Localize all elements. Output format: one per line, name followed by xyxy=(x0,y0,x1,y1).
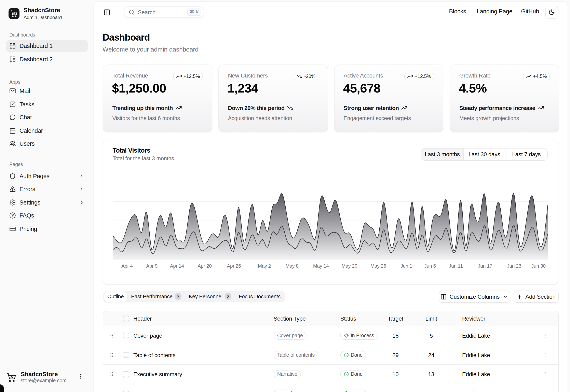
svg-text:Jun 30: Jun 30 xyxy=(531,263,546,269)
svg-text:Jun 17: Jun 17 xyxy=(478,263,492,269)
svg-text:Jun 1: Jun 1 xyxy=(401,263,412,269)
svg-text:Jun 23: Jun 23 xyxy=(507,263,522,269)
svg-text:Apr 20: Apr 20 xyxy=(198,263,212,269)
svg-text:May 14: May 14 xyxy=(313,263,329,269)
svg-text:Jun 11: Jun 11 xyxy=(449,263,463,269)
svg-text:Apr 14: Apr 14 xyxy=(170,263,184,269)
svg-text:May 2: May 2 xyxy=(258,263,271,269)
svg-text:May 20: May 20 xyxy=(342,263,357,269)
svg-text:Apr 9: Apr 9 xyxy=(146,263,157,269)
svg-text:Apr 26: Apr 26 xyxy=(227,263,241,269)
svg-text:May 8: May 8 xyxy=(285,263,299,269)
svg-text:Jun 6: Jun 6 xyxy=(424,263,436,269)
svg-text:May 26: May 26 xyxy=(370,263,386,269)
svg-text:Apr 4: Apr 4 xyxy=(122,263,133,269)
